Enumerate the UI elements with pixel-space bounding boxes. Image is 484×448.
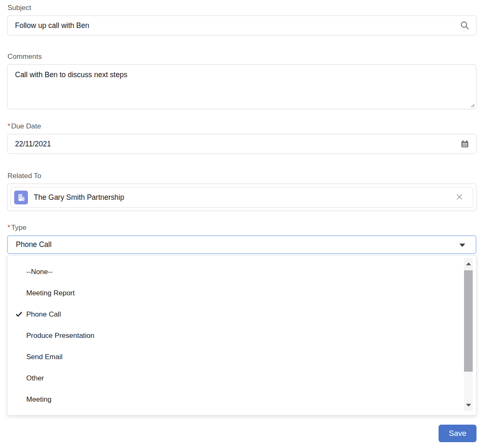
arrow-down-icon: [466, 404, 471, 407]
option-label: Send Email: [26, 353, 63, 361]
type-combobox[interactable]: Phone Call: [7, 235, 476, 254]
scrollbar-down-button[interactable]: [464, 400, 473, 411]
close-icon: [455, 192, 464, 203]
comments-textarea[interactable]: Call with Ben to discuss next steps: [7, 64, 476, 109]
task-form: Subject Comments Call with Ben to discus…: [0, 0, 484, 442]
calendar-icon[interactable]: [460, 139, 470, 149]
scrollbar-thumb[interactable]: [464, 270, 473, 372]
dropdown-option[interactable]: Send Email: [8, 346, 462, 367]
chevron-down-icon: [459, 244, 465, 247]
related-record-pill[interactable]: The Gary Smith Partnership: [10, 187, 473, 208]
dropdown-option[interactable]: Produce Presentation: [8, 325, 462, 346]
resize-handle-icon[interactable]: [469, 102, 475, 108]
type-selected-value: Phone Call: [16, 240, 52, 249]
related-to-lookup: The Gary Smith Partnership: [7, 184, 476, 211]
related-to-label: Related To: [8, 171, 476, 181]
required-asterisk: *: [8, 224, 10, 232]
type-label-text: Type: [11, 224, 27, 232]
option-label: Other: [26, 374, 44, 383]
option-label: Phone Call: [26, 310, 61, 319]
scrollbar-up-button[interactable]: [464, 258, 473, 269]
option-label: Produce Presentation: [26, 332, 95, 340]
option-label: Meeting: [26, 395, 51, 404]
due-date-label-text: Due Date: [11, 122, 41, 130]
check-icon: [15, 311, 23, 318]
required-asterisk: *: [8, 122, 10, 130]
dropdown-option[interactable]: Phone Call: [8, 304, 462, 325]
dropdown-option[interactable]: Meeting Report: [8, 282, 462, 304]
save-button[interactable]: Save: [439, 425, 476, 442]
option-label: Meeting Report: [26, 289, 75, 297]
type-dropdown: --None-- Meeting Report Phone Call Produ…: [7, 255, 476, 415]
due-date-input[interactable]: [7, 134, 476, 154]
dropdown-option[interactable]: Meeting: [8, 389, 462, 410]
subject-input[interactable]: [7, 15, 476, 35]
scrollbar[interactable]: [464, 258, 473, 411]
type-label: *Type: [8, 223, 476, 232]
related-record-name: The Gary Smith Partnership: [34, 193, 454, 202]
dropdown-option[interactable]: Other: [8, 367, 462, 389]
arrow-up-icon: [466, 262, 471, 265]
search-icon[interactable]: [460, 20, 470, 30]
remove-related-button[interactable]: [454, 191, 465, 203]
form-footer: Save: [7, 425, 476, 442]
subject-label: Subject: [8, 3, 476, 13]
account-building-icon: [14, 191, 28, 204]
dropdown-option[interactable]: --None--: [8, 261, 462, 282]
comments-label: Comments: [8, 52, 476, 61]
option-label: --None--: [26, 268, 53, 276]
due-date-label: *Due Date: [8, 122, 476, 131]
